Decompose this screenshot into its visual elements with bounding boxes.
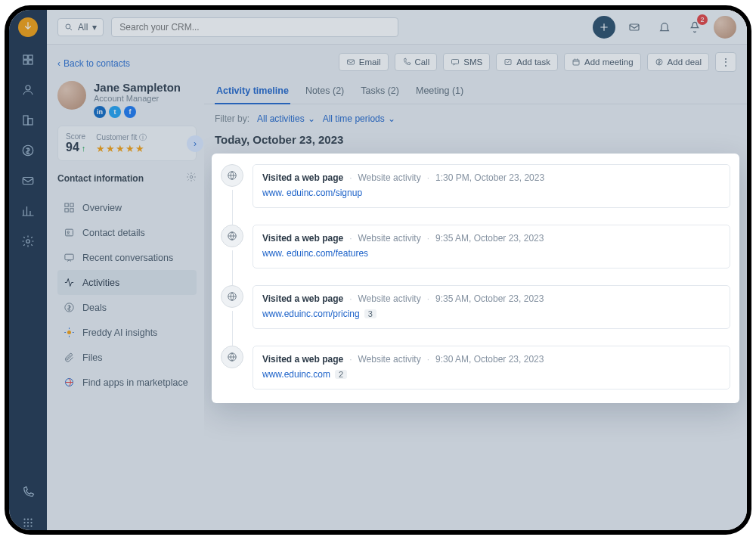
timeline-time: 9:35 AM, October 23, 2023 [435,233,544,244]
svg-rect-3 [29,61,33,64]
tab-activity-timeline[interactable]: Activity timeline [215,79,290,104]
timeline-item: Visited a web page · Website activity · … [221,164,730,208]
more-actions-button[interactable]: ⋮ [715,52,736,72]
svg-point-18 [30,525,32,526]
score-expand-icon[interactable]: › [187,135,203,152]
rail-phone-icon[interactable] [20,485,36,500]
sidebar-item-files[interactable]: Files [57,345,197,370]
sidebar-item-marketplace[interactable]: Find apps in marketplace [57,370,197,395]
tab-tasks[interactable]: Tasks (2) [359,79,401,104]
svg-point-15 [30,522,32,523]
sidebar-item-freddy-ai[interactable]: Freddy AI insights [57,320,197,345]
search-scope-button[interactable]: All ▾ [57,18,104,36]
rail-deals-icon[interactable] [20,143,36,158]
svg-rect-35 [573,60,579,65]
timeline-title: Visited a web page [262,354,343,365]
timeline-url[interactable]: www.eduinc.com2 [262,369,720,380]
rail-settings-icon[interactable] [20,234,36,249]
notifications-icon[interactable]: 2 [683,16,706,39]
timeline-type: Website activity [358,354,421,365]
facebook-icon[interactable]: f [124,106,136,118]
globe-icon [221,164,243,187]
timeline-url[interactable]: www.eduinc.com/pricing3 [262,309,720,319]
rail-reports-icon[interactable] [20,203,36,219]
add-meeting-button[interactable]: Add meeting [564,53,641,71]
svg-point-14 [27,522,29,523]
contact-name: Jane Sampleton [94,81,181,94]
notification-badge: 2 [697,14,708,25]
twitter-icon[interactable]: t [109,106,121,118]
linkedin-icon[interactable]: in [94,106,106,118]
svg-rect-25 [70,209,73,212]
gear-icon[interactable] [186,172,197,185]
today-heading: Today, October 23, 2023 [204,127,747,154]
svg-rect-28 [65,254,73,260]
quick-add-button[interactable] [593,16,615,39]
timeline-item: Visited a web page · Website activity · … [221,346,730,389]
svg-point-9 [26,240,30,244]
rail-contacts-icon[interactable] [20,82,36,98]
timeline-time: 1:30 PM, October 23, 2023 [435,172,544,183]
sidebar-item-deals[interactable]: Deals [57,295,197,320]
contact-role: Account Manager [94,94,181,103]
chevron-left-icon: ‹ [57,58,60,69]
bell-icon[interactable] [653,16,676,39]
add-task-button[interactable]: Add task [496,53,558,71]
add-deal-button[interactable]: Add deal [647,53,709,71]
customer-fit-label: Customer fit ⓘ [96,132,147,143]
timeline-time: 9:30 AM, October 23, 2023 [435,354,544,365]
timeline-url[interactable]: www. eduinc.com/signup [262,188,720,198]
timeline-url[interactable]: www. eduinc.com/features [262,248,720,259]
rail-apps-icon[interactable] [20,515,36,530]
filter-activities[interactable]: All activities ⌄ [257,113,315,124]
svg-point-11 [27,518,29,520]
timeline-type: Website activity [358,233,421,244]
svg-rect-20 [630,24,639,30]
svg-rect-6 [28,119,33,125]
rail-accounts-icon[interactable] [20,113,36,128]
email-button[interactable]: Email [339,53,389,71]
timeline-card[interactable]: Visited a web page · Website activity · … [253,225,730,268]
svg-rect-23 [70,203,73,206]
rail-dashboard-icon[interactable] [20,52,36,67]
score-value: 94 ↑ [66,141,85,154]
svg-point-12 [30,518,32,520]
sidebar-item-overview[interactable]: Overview [57,195,197,220]
timeline-item: Visited a web page · Website activity · … [221,285,730,329]
chevron-down-icon: ⌄ [308,113,315,124]
sidebar-item-recent-conversations[interactable]: Recent conversations [57,245,197,270]
contact-header: Jane Sampleton Account Manager in t f [57,81,197,118]
sidebar-item-contact-details[interactable]: Contact details [57,220,197,245]
svg-point-4 [26,85,30,90]
contact-avatar[interactable] [57,81,86,110]
sidebar-item-activities[interactable]: Activities [57,270,197,295]
tab-meeting[interactable]: Meeting (1) [414,79,465,104]
tab-notes[interactable]: Notes (2) [304,79,345,104]
svg-point-17 [27,525,29,526]
timeline-title: Visited a web page [262,233,343,244]
svg-rect-33 [452,60,459,64]
tabs: Activity timeline Notes (2) Tasks (2) Me… [204,79,747,104]
svg-rect-24 [65,209,68,212]
timeline-type: Website activity [358,293,421,304]
app-logo[interactable] [18,17,38,37]
filter-label: Filter by: [215,113,249,124]
content-area: Email Call SMS Add task Add meeting Add … [204,45,747,530]
back-to-contacts-link[interactable]: ‹ Back to contacts [57,54,197,73]
visit-count: 2 [335,370,347,379]
call-button[interactable]: Call [395,53,438,71]
filter-periods[interactable]: All time periods ⌄ [323,113,395,124]
mail-icon[interactable] [623,16,646,39]
timeline-title: Visited a web page [262,172,343,183]
timeline-card[interactable]: Visited a web page · Website activity · … [253,164,730,208]
timeline-card[interactable]: Visited a web page · Website activity · … [253,346,730,389]
sms-button[interactable]: SMS [443,53,490,71]
svg-point-21 [190,175,193,178]
timeline-card[interactable]: Visited a web page · Website activity · … [253,285,730,329]
search-input[interactable] [111,17,398,37]
svg-rect-32 [347,60,354,64]
svg-point-19 [66,24,70,29]
svg-rect-5 [23,116,28,125]
user-avatar[interactable] [714,16,736,39]
rail-mail-icon[interactable] [20,173,36,188]
